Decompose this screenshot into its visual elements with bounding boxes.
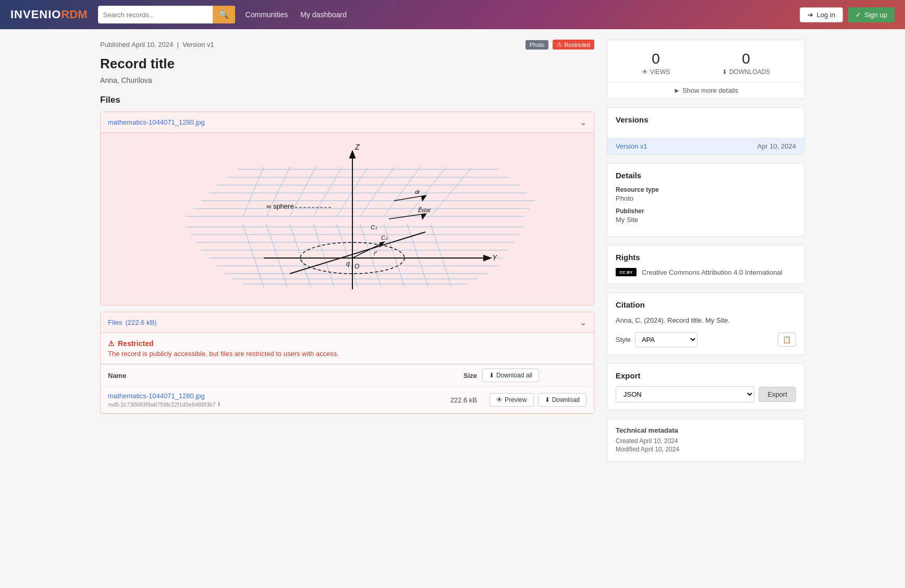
record-meta-right: Photo ⚠ Restricted bbox=[525, 40, 594, 50]
tech-created: Created April 10, 2024 bbox=[616, 437, 796, 445]
col-name-header: Name bbox=[108, 372, 430, 379]
header: INVENIO RDM 🔍 Communities My dashboard ➔… bbox=[0, 0, 905, 29]
citation-style-row: Style APA 📋 bbox=[616, 332, 796, 347]
stats-card-inner: 0 👁 VIEWS 0 ⬇ DOWNLOADS bbox=[607, 40, 804, 82]
file-name-cell: mathematics-1044071_1280.jpg md5:2c73068… bbox=[108, 392, 430, 408]
preview-toggle[interactable]: ⌄ bbox=[580, 117, 586, 127]
versions-section: Versions bbox=[607, 108, 804, 138]
nav-dashboard[interactable]: My dashboard bbox=[300, 10, 347, 19]
col-size-header: Size bbox=[430, 372, 482, 379]
show-more[interactable]: ► Show more details bbox=[607, 82, 804, 99]
version-row: Version v1 Apr 10, 2024 bbox=[607, 138, 804, 154]
badge-restricted: ⚠ Restricted bbox=[553, 40, 594, 50]
svg-text:O: O bbox=[354, 263, 359, 270]
col-actions-header: ⬇ Download all bbox=[482, 369, 586, 382]
technical-meta-card: Technical metadata Created April 10, 202… bbox=[607, 419, 805, 462]
login-button[interactable]: ➔ Log in bbox=[800, 7, 842, 22]
version-date: Apr 10, 2024 bbox=[757, 142, 796, 150]
publisher-label: Publisher bbox=[616, 207, 796, 215]
download-stat-icon: ⬇ bbox=[722, 68, 727, 76]
file-name-link[interactable]: mathematics-1044071_1280.jpg bbox=[108, 392, 430, 400]
export-section: Export JSON Export bbox=[607, 364, 804, 410]
chevron-right-icon: ► bbox=[674, 87, 680, 94]
files-label: Files bbox=[108, 318, 122, 326]
sidebar: 0 👁 VIEWS 0 ⬇ DOWNLOADS ► S bbox=[607, 40, 805, 462]
export-title: Export bbox=[616, 371, 796, 380]
badge-photo: Photo bbox=[525, 40, 549, 50]
record-title: Record title bbox=[100, 56, 594, 72]
files-table-container: Files (222.6 kB) ⌄ ⚠ Restricted The reco… bbox=[100, 312, 594, 414]
files-toggle[interactable]: ⌄ bbox=[580, 317, 586, 327]
signup-button[interactable]: ✓ Sign up bbox=[848, 7, 895, 22]
math-diagram-svg: Z Y ∞ sphere dr E⃗stat bbox=[133, 138, 561, 300]
download-button[interactable]: ⬇ Download bbox=[538, 393, 586, 407]
file-size-cell: 222.6 kB bbox=[430, 396, 482, 404]
downloads-label: ⬇ DOWNLOADS bbox=[722, 68, 771, 76]
record-author: Anna, Churilova bbox=[100, 76, 594, 84]
version-link[interactable]: Version v1 bbox=[616, 142, 647, 150]
export-format-select[interactable]: JSON bbox=[616, 386, 754, 402]
svg-text:C₂: C₂ bbox=[381, 235, 388, 241]
tech-meta-title: Technical metadata bbox=[616, 426, 796, 434]
rights-card: Rights CC BY Creative Commons Attributio… bbox=[607, 245, 805, 284]
published-date: Published April 10, 2024 bbox=[100, 41, 173, 48]
record-meta-left: Published April 10, 2024 | Version v1 bbox=[100, 41, 214, 48]
svg-text:dr: dr bbox=[415, 189, 421, 195]
preview-filename-link[interactable]: mathematics-1044071_1280.jpg bbox=[108, 118, 205, 126]
svg-text:∞ sphere: ∞ sphere bbox=[266, 202, 294, 210]
citation-style-label: Style bbox=[616, 336, 631, 344]
export-row: JSON Export bbox=[616, 386, 796, 402]
table-row: mathematics-1044071_1280.jpg md5:2c73068… bbox=[101, 387, 594, 413]
login-icon: ➔ bbox=[808, 11, 813, 19]
views-label: 👁 VIEWS bbox=[642, 68, 670, 76]
citation-text: Anna, C. (2024). Record title. My Site. bbox=[616, 315, 796, 326]
files-table-title: Files (222.6 kB) bbox=[108, 318, 156, 326]
export-button[interactable]: Export bbox=[759, 387, 796, 402]
file-actions-cell: 👁 Preview ⬇ Download bbox=[482, 393, 586, 407]
citation-section: Citation Anna, C. (2024). Record title. … bbox=[607, 293, 804, 354]
downloads-count: 0 bbox=[722, 51, 771, 67]
preview-button[interactable]: 👁 Preview bbox=[490, 393, 534, 407]
versions-title: Versions bbox=[616, 115, 796, 124]
files-section-title: Files bbox=[100, 95, 594, 105]
citation-title: Citation bbox=[616, 300, 796, 309]
files-table-cols: Name Size ⬇ Download all bbox=[101, 364, 594, 387]
eye-icon: 👁 bbox=[496, 396, 503, 403]
rights-cc-label: Creative Commons Attribution 4.0 Interna… bbox=[642, 268, 782, 276]
record-version: Version v1 bbox=[182, 41, 214, 48]
search-bar: 🔍 bbox=[98, 6, 235, 23]
signup-icon: ✓ bbox=[855, 11, 861, 19]
citation-style-select[interactable]: APA bbox=[635, 332, 698, 347]
versions-card: Versions Version v1 Apr 10, 2024 bbox=[607, 107, 805, 155]
views-stat: 0 👁 VIEWS bbox=[642, 51, 670, 76]
download-all-button[interactable]: ⬇ Download all bbox=[482, 369, 539, 382]
header-nav: Communities My dashboard bbox=[246, 10, 347, 19]
header-right: ➔ Log in ✓ Sign up bbox=[800, 7, 895, 22]
cc-license-icon: CC BY bbox=[616, 268, 637, 276]
rights-item: CC BY Creative Commons Attribution 4.0 I… bbox=[616, 268, 796, 276]
logo: INVENIO RDM bbox=[10, 8, 88, 21]
show-more-link[interactable]: ► Show more details bbox=[612, 87, 800, 94]
search-button[interactable]: 🔍 bbox=[213, 6, 235, 23]
restricted-text: The record is publicly accessible, but f… bbox=[108, 350, 586, 358]
eye-stat-icon: 👁 bbox=[642, 68, 648, 76]
svg-text:Z: Z bbox=[354, 143, 360, 151]
search-input[interactable] bbox=[98, 11, 213, 19]
copy-citation-button[interactable]: 📋 bbox=[778, 333, 796, 347]
export-card: Export JSON Export bbox=[607, 363, 805, 410]
file-preview-image: Z Y ∞ sphere dr E⃗stat bbox=[101, 133, 594, 305]
main-content: Published April 10, 2024 | Version v1 Ph… bbox=[100, 40, 594, 462]
restricted-title: Restricted bbox=[118, 339, 153, 348]
rights-section: Rights CC BY Creative Commons Attributio… bbox=[607, 246, 804, 284]
files-size: (222.6 kB) bbox=[125, 318, 156, 326]
files-table-header: Files (222.6 kB) ⌄ bbox=[101, 312, 594, 333]
info-icon: ℹ bbox=[218, 401, 220, 408]
svg-text:E⃗stat: E⃗stat bbox=[418, 206, 431, 213]
restricted-notice: ⚠ Restricted The record is publicly acce… bbox=[101, 333, 594, 364]
details-title: Details bbox=[616, 171, 796, 180]
resource-type-value: Photo bbox=[616, 194, 796, 202]
details-section: Details Resource type Photo Publisher My… bbox=[607, 164, 804, 236]
publisher-value: My Site bbox=[616, 216, 796, 224]
restricted-header: ⚠ Restricted bbox=[108, 339, 586, 348]
nav-communities[interactable]: Communities bbox=[246, 10, 288, 19]
